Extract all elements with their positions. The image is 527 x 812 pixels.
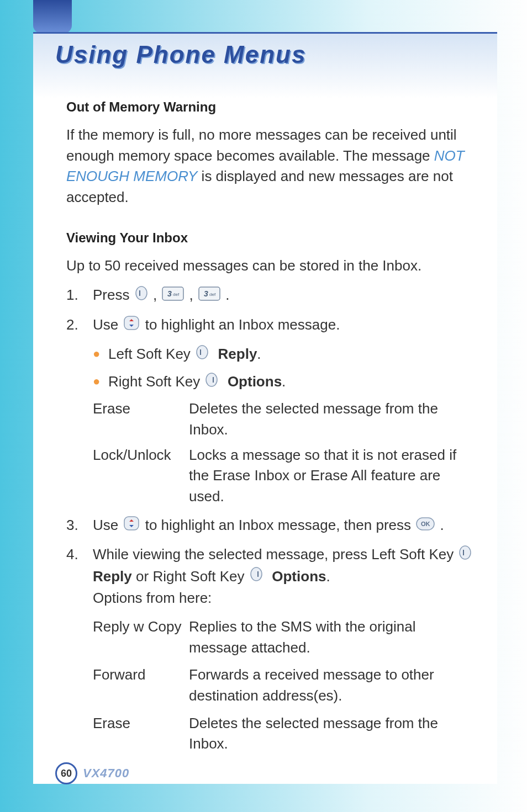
step-number: 3. [66,515,93,536]
definition: Forwards a received message to other des… [189,665,475,706]
text: . [225,286,229,303]
keypad-3-icon: 3def [198,286,220,307]
bullet-icon: ● [93,371,108,391]
reply-label: Reply [218,346,257,362]
step-1: 1. Press , 3def , 3def . [66,285,475,306]
svg-point-14 [251,567,262,581]
step-body: Use to highlight an Inbox message, then … [93,515,475,537]
bullet-body: Left Soft Key Reply. [108,344,261,365]
step-3: 3. Use to highlight an Inbox message, th… [66,515,475,537]
step-number: 4. [66,544,93,565]
left-softkey-icon [459,545,472,566]
svg-text:3: 3 [204,289,208,298]
up-down-nav-icon [123,315,140,337]
erase-definition: Erase Deletes the selected message from … [66,399,475,440]
text: Use [93,316,122,333]
svg-text:OK: OK [421,521,430,527]
svg-point-8 [197,346,208,359]
options-label: Options [228,373,282,390]
reply-w-copy-definition: Reply w Copy Replies to the SMS with the… [66,617,475,658]
memory-warning-paragraph: If the memory is full, no more messages … [66,125,475,208]
text: . [257,346,261,362]
left-softkey-icon [196,344,209,366]
left-softkey-bullet: ● Left Soft Key Reply. [66,344,475,365]
svg-point-0 [136,286,147,300]
text: or Right Soft Key [136,568,249,585]
keypad-3-icon: 3def [162,286,184,307]
step-2: 2. Use to highlight an Inbox message. [66,315,475,336]
term: Erase [93,713,189,734]
header-tab [33,0,72,33]
ok-key-icon: OK [416,516,435,537]
definition: Deletes the selected message from the In… [189,399,475,440]
svg-point-9 [206,373,217,386]
definition: Deletes the selected message from the In… [189,713,475,755]
text: . [282,373,286,390]
step-body: Press , 3def , 3def . [93,285,475,306]
bullet-body: Right Soft Key Options. [108,371,286,393]
para-text-pre: If the memory is full, no more messages … [66,126,457,164]
text: , [153,286,161,303]
step-number: 1. [66,285,93,306]
text: Press [93,286,134,303]
page-number: 60 [55,762,77,784]
lock-unlock-definition: Lock/Unlock Locks a message so that it i… [66,445,475,507]
text: to highlight an Inbox message. [145,316,340,333]
term: Lock/Unlock [93,445,189,466]
definition: Locks a message so that it is not erased… [189,445,475,507]
page-footer: 60 VX4700 [55,762,129,784]
svg-text:def: def [173,292,180,297]
svg-text:def: def [209,292,216,297]
inbox-intro: Up to 50 received messages can be stored… [66,256,475,277]
text: . [440,517,444,533]
term: Erase [93,399,189,420]
erase-definition-2: Erase Deletes the selected message from … [66,713,475,755]
left-softkey-icon [135,285,148,307]
definition: Replies to the SMS with the original mes… [189,617,475,658]
bullet-icon: ● [93,344,108,363]
right-softkey-icon [205,372,218,394]
term: Reply w Copy [93,617,189,638]
text: Use [93,517,122,533]
options-label: Options [272,568,326,585]
right-softkey-bullet: ● Right Soft Key Options. [66,371,475,393]
text: Right Soft Key [108,373,204,390]
svg-rect-10 [124,517,139,530]
text: . [326,568,330,585]
right-softkey-icon [250,566,263,588]
forward-definition: Forward Forwards a received message to o… [66,665,475,706]
step-body: Use to highlight an Inbox message. [93,315,475,336]
steps-list: 1. Press , 3def , 3def . 2. [66,285,475,755]
model-label: VX4700 [83,766,129,781]
step-body: While viewing the selected message, pres… [93,544,475,609]
section-heading-memory: Out of Memory Warning [66,99,475,115]
text: to highlight an Inbox message, then pres… [145,517,415,533]
svg-text:3: 3 [167,289,172,298]
section-heading-inbox: Viewing Your Inbox [66,230,475,246]
text: Left Soft Key [108,346,194,362]
page-content: Out of Memory Warning If the memory is f… [66,99,475,759]
reply-label: Reply [93,568,132,585]
svg-rect-7 [124,316,139,330]
text: While viewing the selected message, pres… [93,546,457,562]
page-title: Using Phone Menus Using Phone Menus [55,41,306,68]
text: , [189,286,197,303]
options-from-here: Options from here: [93,590,212,606]
step-number: 2. [66,315,93,336]
up-down-nav-icon [123,516,140,537]
step-4: 4. While viewing the selected message, p… [66,544,475,609]
svg-point-13 [460,546,471,559]
term: Forward [93,665,189,686]
